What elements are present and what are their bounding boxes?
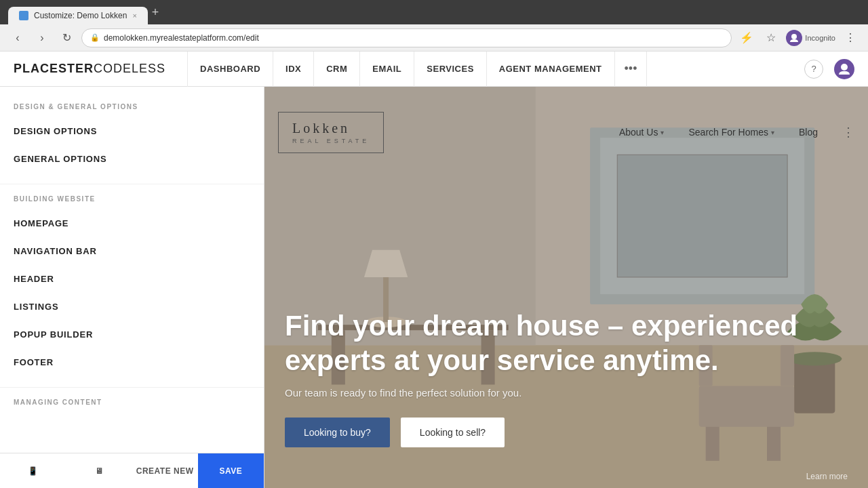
website-nav-search[interactable]: Search For Homes ▾ — [688, 127, 774, 138]
hero-content: Find your dream house – experienced expe… — [285, 309, 848, 447]
desktop-icon: 🖥 — [95, 466, 104, 476]
sidebar-divider-1 — [0, 184, 264, 184]
sidebar-item-homepage[interactable]: HOMEPAGE — [0, 209, 264, 237]
preview-website: Demo Lokken • 📞 521 089 5622 • ✉ demo@pl… — [264, 87, 868, 488]
website-nav-about[interactable]: About Us ▾ — [619, 127, 665, 138]
sidebar-item-navigation-bar[interactable]: NAVIGATION BAR — [0, 237, 264, 265]
lock-icon: 🔒 — [90, 33, 100, 42]
create-new-button[interactable]: CREATE NEW — [132, 453, 198, 488]
looking-to-buy-button[interactable]: Looking to buy? — [285, 418, 390, 447]
forward-button[interactable]: › — [33, 28, 52, 47]
website-logo: Lokken REAL ESTATE — [278, 112, 384, 153]
bookmark-button[interactable]: ☆ — [762, 28, 781, 47]
browser-menu-button[interactable]: ⋮ — [841, 28, 860, 47]
tab-close-button[interactable]: × — [132, 12, 136, 20]
sidebar-item-listings[interactable]: LISTINGS — [0, 293, 264, 321]
nav-item-agent-management[interactable]: AGENT MANAGEMENT — [487, 52, 615, 87]
incognito-label: Incognito — [805, 34, 835, 42]
sidebar-item-general-options[interactable]: GENERAL OPTIONS — [0, 145, 264, 173]
mobile-icon: 📱 — [28, 466, 39, 476]
main-content: DESIGN & GENERAL OPTIONS DESIGN OPTIONS … — [0, 87, 868, 488]
hero-buttons: Looking to buy? Looking to sell? — [285, 418, 848, 447]
about-chevron-icon: ▾ — [660, 129, 664, 136]
website-nav: Lokken REAL ESTATE About Us ▾ Search For… — [264, 108, 868, 156]
top-nav-items: DASHBOARD IDX CRM EMAIL SERVICES AGENT M… — [187, 52, 804, 87]
website-nav-items: About Us ▾ Search For Homes ▾ Blog ⋮ — [619, 125, 854, 140]
hero-headline: Find your dream house – experienced expe… — [285, 309, 848, 378]
back-button[interactable]: ‹ — [8, 28, 27, 47]
app-top-nav: PLACESTER CODELESS DASHBOARD IDX CRM EMA… — [0, 52, 868, 87]
sidebar-item-footer[interactable]: FOOTER — [0, 348, 264, 376]
website-nav-more-button[interactable]: ⋮ — [842, 125, 854, 140]
incognito-badge: Incognito — [786, 30, 835, 46]
sidebar-bottom-bar: 📱 🖥 CREATE NEW SAVE — [0, 453, 264, 488]
sidebar-item-header[interactable]: HEADER — [0, 265, 264, 293]
help-button[interactable]: ? — [804, 60, 823, 79]
nav-item-services[interactable]: SERVICES — [414, 52, 487, 87]
sidebar-section-design-general: DESIGN & GENERAL OPTIONS — [0, 103, 264, 117]
hero-learn-more-link[interactable]: Learn more — [806, 472, 848, 481]
sidebar-item-popup-builder[interactable]: POPUP BUILDER — [0, 321, 264, 348]
nav-item-crm[interactable]: CRM — [314, 52, 360, 87]
sidebar-section-building: BUILDING WEBSITE — [0, 195, 264, 209]
looking-to-sell-button[interactable]: Looking to sell? — [401, 418, 505, 447]
tab-favicon — [19, 11, 28, 20]
preview-area: Demo Lokken • 📞 521 089 5622 • ✉ demo@pl… — [264, 87, 868, 488]
sidebar-divider-2 — [0, 387, 264, 388]
svg-point-1 — [841, 64, 848, 70]
mobile-preview-button[interactable]: 📱 — [0, 453, 66, 488]
search-chevron-icon: ▾ — [771, 129, 774, 136]
save-button[interactable]: SAVE — [198, 453, 264, 488]
incognito-avatar — [786, 30, 802, 46]
user-avatar[interactable] — [834, 59, 854, 79]
sidebar-section-managing: MANAGING CONTENT — [0, 399, 264, 413]
nav-item-idx[interactable]: IDX — [273, 52, 314, 87]
nav-item-dashboard[interactable]: DASHBOARD — [187, 52, 273, 87]
hero-subtext: Our team is ready to find the perfect so… — [285, 387, 848, 399]
website-nav-blog[interactable]: Blog — [799, 127, 818, 138]
tab-title: Customize: Demo Lokken — [34, 11, 127, 20]
browser-tab-bar: Customize: Demo Lokken × + — [0, 0, 868, 24]
nav-more-button[interactable]: ••• — [615, 52, 648, 87]
sidebar-item-design-options[interactable]: DESIGN OPTIONS — [0, 117, 264, 145]
website-logo-sub: REAL ESTATE — [292, 138, 370, 144]
url-text: demolokken.myrealestateplatform.com/edit — [104, 33, 723, 43]
nav-right-actions: ? — [804, 59, 854, 79]
app-layout: PLACESTER CODELESS DASHBOARD IDX CRM EMA… — [0, 52, 868, 488]
sidebar: DESIGN & GENERAL OPTIONS DESIGN OPTIONS … — [0, 87, 264, 488]
browser-tab[interactable]: Customize: Demo Lokken × — [8, 7, 148, 24]
refresh-button[interactable]: ↻ — [57, 28, 76, 47]
brand-name-light: CODELESS — [94, 62, 165, 76]
extensions-button[interactable]: ⚡ — [737, 28, 756, 47]
brand-name-bold: PLACESTER — [14, 62, 94, 76]
svg-point-0 — [791, 34, 797, 39]
new-tab-button[interactable]: + — [152, 5, 159, 20]
browser-address-bar-row: ‹ › ↻ 🔒 demolokken.myrealestateplatform.… — [0, 24, 868, 52]
desktop-preview-button[interactable]: 🖥 — [66, 453, 132, 488]
nav-item-email[interactable]: EMAIL — [360, 52, 414, 87]
browser-actions: ⚡ ☆ Incognito ⋮ — [737, 28, 860, 47]
brand-logo: PLACESTER CODELESS — [14, 62, 165, 76]
website-logo-name: Lokken — [292, 121, 370, 136]
url-bar[interactable]: 🔒 demolokken.myrealestateplatform.com/ed… — [81, 28, 732, 47]
